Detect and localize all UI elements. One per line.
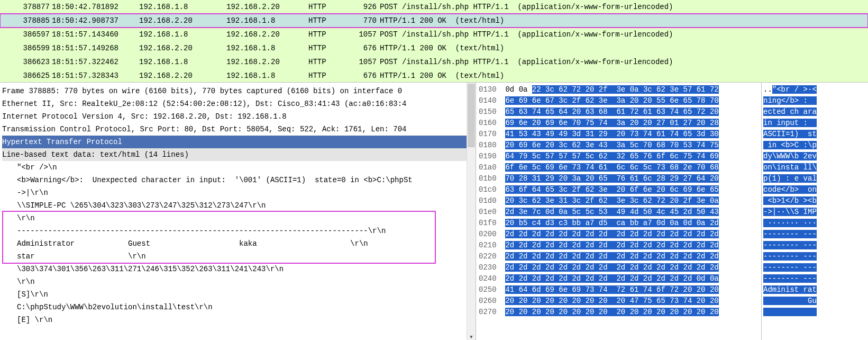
packet-details-pane[interactable]: Frame 378885: 770 bytes on wire (6160 bi… (0, 83, 476, 340)
ascii-text-selected (763, 308, 817, 316)
hex-row[interactable]: 0180 20 69 6e 20 3c 62 3e 43 3a 5c 70 68… (479, 140, 759, 151)
ascii-text-selected: -------- --- (763, 241, 817, 249)
packet-no: 386623 (13, 58, 50, 66)
ascii-row[interactable]: -------- --- (763, 262, 866, 273)
hex-bytes-selected: 2d 2d 2d 2d 2d 2d 2d 2d 2d 2d 2d 2d 2d 2… (505, 230, 718, 238)
ascii-row[interactable]: -------- --- (763, 229, 866, 240)
detail-line[interactable]: C:\phpStudy\WWW\b2evolution\install\test… (2, 301, 467, 314)
hex-offset: 01d0 (479, 196, 505, 205)
packet-list[interactable]: 37887718:50:42.781892192.168.1.8192.168.… (0, 0, 868, 83)
ascii-text-selected: dy\WWW\b 2ev (763, 152, 817, 160)
detail-line[interactable]: \\SIMPLE-PC \265\304\323\303\273\247\325… (2, 199, 467, 212)
hex-row[interactable]: 0170 41 53 43 49 49 3d 31 29 20 73 74 61… (479, 129, 759, 140)
ascii-row[interactable]: ASCII=1) st (763, 129, 866, 140)
detail-line[interactable]: Frame 378885: 770 bytes on wire (6160 bi… (2, 85, 467, 97)
hex-row[interactable]: 0160 69 6e 20 69 6e 70 75 74 3a 20 20 27… (479, 118, 759, 129)
packet-row[interactable]: 38659918:51:57.149268192.168.2.20192.168… (0, 41, 868, 55)
ascii-row[interactable]: .."<br / >·< (763, 84, 866, 95)
hex-row[interactable]: 0210 2d 2d 2d 2d 2d 2d 2d 2d 2d 2d 2d 2d… (479, 240, 759, 251)
ascii-row[interactable]: p(1) : e val (763, 173, 866, 184)
packet-row[interactable]: 38659718:51:57.143460192.168.1.8192.168.… (0, 28, 868, 41)
hex-offset: 01e0 (479, 208, 505, 216)
ascii-row[interactable]: Administ rat (763, 284, 866, 296)
packet-source: 192.168.1.8 (139, 30, 226, 39)
ascii-row[interactable]: code</b> on (763, 184, 866, 195)
scroll-down-icon[interactable]: ▼ (467, 335, 476, 340)
packet-row[interactable]: 38662318:51:57.322462192.168.1.8192.168.… (0, 55, 868, 69)
hex-row[interactable]: 01f0 20 b5 c4 d3 c3 bb a7 d5 ca bb a7 0d… (479, 218, 759, 229)
packet-row[interactable]: 37888518:50:42.908737192.168.2.20192.168… (0, 14, 868, 28)
ascii-row[interactable]: -------- --- (763, 273, 866, 284)
hex-row[interactable]: 0240 2d 2d 2d 2d 2d 2d 2d 2d 2d 2d 2d 2d… (479, 273, 759, 284)
packet-time: 18:51:57.149268 (52, 44, 139, 52)
detail-line[interactable]: Administrator Guest kaka \r\n (2, 237, 467, 250)
ascii-row[interactable]: -------- --- (763, 251, 866, 262)
ascii-row[interactable]: ning</b> : (763, 95, 866, 106)
ascii-row[interactable]: ->|··\\S IMP (763, 207, 866, 218)
detail-line[interactable]: \r\n (2, 212, 467, 225)
hex-bytes-selected: 6e 69 6e 67 3c 2f 62 3e 3a 20 20 55 6e 6… (505, 96, 718, 105)
ascii-row[interactable] (763, 307, 866, 318)
ascii-text-selected: -------- --- (763, 252, 817, 261)
hex-row[interactable]: 0220 2d 2d 2d 2d 2d 2d 2d 2d 2d 2d 2d 2d… (479, 251, 759, 262)
ascii-row[interactable]: in input : (763, 118, 866, 129)
detail-line[interactable]: \r\n (2, 275, 467, 288)
hex-row[interactable]: 01a0 6f 6e 5c 69 6e 73 74 61 6c 6c 5c 73… (479, 162, 759, 173)
detail-line[interactable]: <b>Warning</b>: Unexpected character in … (2, 174, 467, 186)
ascii-text-selected: <b>1</b ><b (763, 196, 817, 205)
detail-line[interactable]: ----------------------------------------… (2, 225, 467, 237)
hex-row[interactable]: 0150 65 63 74 65 64 20 63 68 61 72 61 63… (479, 106, 759, 118)
hex-row[interactable]: 0200 2d 2d 2d 2d 2d 2d 2d 2d 2d 2d 2d 2d… (479, 229, 759, 240)
detail-line[interactable]: Ethernet II, Src: RealtekU_2e:08:12 (52:… (2, 97, 467, 110)
detail-line[interactable]: [E] \r\n (2, 314, 467, 326)
hex-row[interactable]: 0140 6e 69 6e 67 3c 2f 62 3e 3a 20 20 55… (479, 95, 759, 106)
hex-row[interactable]: 0250 41 64 6d 69 6e 69 73 74 72 61 74 6f… (479, 284, 759, 296)
ascii-text-selected: ······· ··· (763, 219, 817, 227)
ascii-text-selected: -------- --- (763, 263, 817, 272)
ascii-row[interactable]: Gu (763, 296, 866, 307)
ascii-text: .. (763, 85, 772, 94)
packet-row[interactable]: 38662518:51:57.328343192.168.2.20192.168… (0, 69, 868, 83)
detail-line[interactable]: \303\374\301\356\263\311\271\246\315\352… (2, 263, 467, 275)
packet-row[interactable]: 37887718:50:42.781892192.168.1.8192.168.… (0, 0, 868, 14)
detail-line[interactable]: [S]\r\n (2, 288, 467, 301)
hex-row[interactable]: 0270 20 20 20 20 20 20 20 20 20 20 20 20… (479, 307, 759, 318)
hex-row[interactable]: 01d0 20 3c 62 3e 31 3c 2f 62 3e 3c 62 72… (479, 195, 759, 207)
hex-bytes-selected: 64 79 5c 57 57 57 5c 62 32 65 76 6f 6c 7… (505, 152, 718, 160)
ascii-row[interactable]: ······· ··· (763, 218, 866, 229)
hex-offset: 0210 (479, 241, 505, 249)
ascii-row[interactable]: on\insta ll\ (763, 162, 866, 173)
packet-bytes-hex[interactable]: 0130 0d 0a 22 3c 62 72 20 2f 3e 0a 3c 62… (476, 83, 762, 340)
hex-row[interactable]: 0190 64 79 5c 57 57 57 5c 62 32 65 76 6f… (479, 151, 759, 162)
hex-row[interactable]: 0260 20 20 20 20 20 20 20 20 20 47 75 65… (479, 296, 759, 307)
detail-line[interactable]: "<br />\n (2, 161, 467, 174)
hex-row[interactable]: 01b0 70 28 31 29 20 3a 20 65 76 61 6c 28… (479, 173, 759, 184)
hex-row[interactable]: 0130 0d 0a 22 3c 62 72 20 2f 3e 0a 3c 62… (479, 84, 759, 95)
packet-info: POST /install/sh.php HTTP/1.1 (applicati… (380, 3, 868, 11)
hex-offset: 0240 (479, 274, 505, 283)
detail-line[interactable]: Transmission Control Protocol, Src Port:… (2, 123, 467, 136)
ascii-row[interactable]: <b>1</b ><b (763, 195, 866, 207)
detail-line[interactable]: ->|\r\n (2, 186, 467, 199)
packet-bytes-ascii[interactable]: .."<br / >·<ning</b> : ected ch arain in… (762, 83, 868, 340)
packet-info: POST /install/sh.php HTTP/1.1 (applicati… (380, 58, 868, 66)
ascii-row[interactable]: in <b>C :\p (763, 140, 866, 151)
hex-row[interactable]: 01c0 63 6f 64 65 3c 2f 62 3e 20 6f 6e 20… (479, 184, 759, 195)
hex-bytes-selected: 20 20 20 20 20 20 20 20 20 20 20 20 20 2… (505, 308, 718, 316)
hex-offset: 01c0 (479, 185, 505, 194)
ascii-row[interactable]: -------- --- (763, 240, 866, 251)
hex-bytes-selected: 2d 2d 2d 2d 2d 2d 2d 2d 2d 2d 2d 2d 2d 2… (505, 263, 718, 272)
hex-row[interactable]: 0230 2d 2d 2d 2d 2d 2d 2d 2d 2d 2d 2d 2d… (479, 262, 759, 273)
detail-line[interactable]: Line-based text data: text/html (14 line… (2, 148, 467, 161)
detail-line[interactable]: Hypertext Transfer Protocol (2, 136, 467, 148)
hex-row[interactable]: 01e0 2d 3e 7c 0d 0a 5c 5c 53 49 4d 50 4c… (479, 207, 759, 218)
ascii-text-selected: ->|··\\S IMP (763, 208, 817, 216)
detail-line[interactable]: Internet Protocol Version 4, Src: 192.16… (2, 110, 467, 123)
packet-length: 926 (351, 3, 380, 11)
ascii-row[interactable]: ected ch ara (763, 106, 866, 118)
details-scrollbar[interactable]: ▲ ▼ (467, 83, 476, 340)
ascii-row[interactable]: dy\WWW\b 2ev (763, 151, 866, 162)
hex-offset: 01b0 (479, 174, 505, 183)
scrollbar-thumb[interactable] (468, 84, 475, 147)
detail-line[interactable]: star \r\n (2, 250, 467, 263)
